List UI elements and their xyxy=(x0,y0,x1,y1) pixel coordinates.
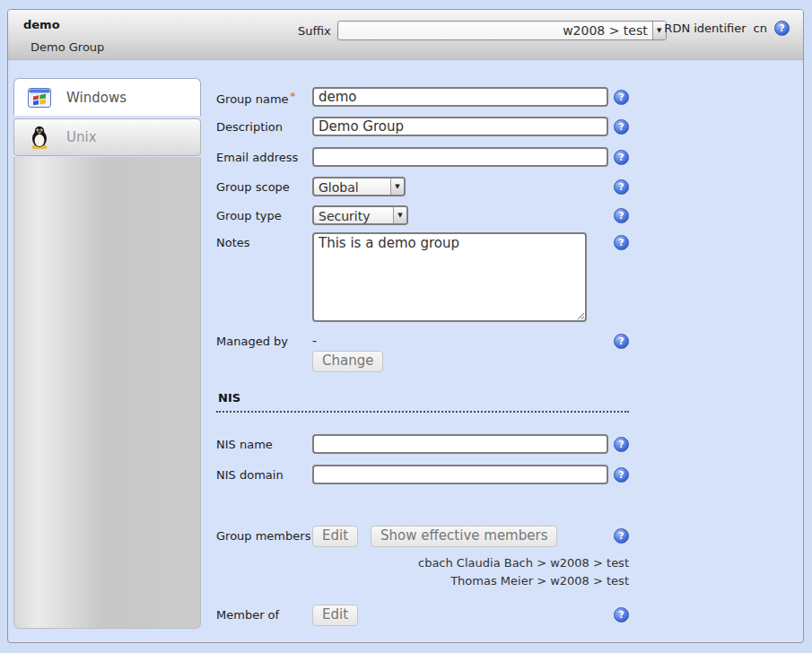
rdn-identifier-label: RDN identifier xyxy=(664,22,746,35)
edit-members-button[interactable]: Edit xyxy=(312,526,358,547)
nis-name-label: NIS name xyxy=(216,434,312,451)
nis-domain-row: NIS domain ? xyxy=(216,465,629,484)
help-icon[interactable]: ? xyxy=(614,119,629,135)
description-row: Description ? xyxy=(216,117,629,136)
help-icon[interactable]: ? xyxy=(614,467,629,483)
managed-by-value: - xyxy=(312,331,383,348)
required-marker: * xyxy=(291,91,296,102)
group-edit-form: Group name* ? Description ? Email addres… xyxy=(216,87,629,626)
group-members-row: Group members Edit Show effective member… xyxy=(216,526,629,547)
notes-label: Notes xyxy=(216,232,312,249)
suffix-select[interactable]: w2008 > test ▼ xyxy=(337,21,667,40)
email-input[interactable] xyxy=(312,147,608,167)
notes-textarea[interactable]: This is a demo group xyxy=(312,232,587,322)
nis-domain-label: NIS domain xyxy=(216,465,312,482)
chevron-down-icon: ▼ xyxy=(393,207,406,223)
suffix-field: Suffix w2008 > test ▼ xyxy=(298,21,667,40)
description-input[interactable] xyxy=(312,117,608,136)
tab-windows[interactable]: Windows xyxy=(13,78,201,116)
help-icon[interactable]: ? xyxy=(614,334,629,349)
nis-name-row: NIS name ? xyxy=(216,434,629,454)
help-icon[interactable]: ? xyxy=(614,90,629,105)
group-name-row: Group name* ? xyxy=(216,87,629,107)
email-label: Email address xyxy=(216,147,312,164)
group-type-row: Group type Security ▼ ? xyxy=(216,205,629,225)
sidebar-panel xyxy=(13,157,201,629)
group-name-label: Group name* xyxy=(216,87,312,106)
nis-domain-input[interactable] xyxy=(312,465,608,484)
help-icon[interactable]: ? xyxy=(614,437,629,452)
tab-unix[interactable]: Unix xyxy=(13,118,201,156)
group-members-list: cbach Claudia Bach > w2008 > test Thomas… xyxy=(216,554,629,590)
header: demo Demo Group Suffix w2008 > test ▼ RD… xyxy=(8,10,803,60)
group-scope-label: Group scope xyxy=(216,177,312,194)
edit-member-of-button[interactable]: Edit xyxy=(312,605,358,626)
group-type-label: Group type xyxy=(216,205,312,222)
rdn-identifier-value: cn xyxy=(754,22,767,35)
managed-by-control: - Change xyxy=(312,331,383,372)
group-members-label: Group members xyxy=(216,526,312,543)
tab-windows-label: Windows xyxy=(66,90,127,106)
group-scope-select[interactable]: Global ▼ xyxy=(312,177,406,196)
nis-section-heading: NIS xyxy=(216,391,629,413)
group-scope-row: Group scope Global ▼ ? xyxy=(216,177,629,196)
page-title: demo xyxy=(23,18,60,31)
managed-by-label: Managed by xyxy=(216,331,312,348)
help-icon[interactable]: ? xyxy=(614,208,629,223)
member-entry: Thomas Meier > w2008 > test xyxy=(216,572,629,590)
group-type-select[interactable]: Security ▼ xyxy=(312,205,408,225)
tux-penguin-icon xyxy=(28,126,51,149)
group-name-input[interactable] xyxy=(312,87,608,107)
group-type-value: Security xyxy=(314,207,393,223)
member-entry: cbach Claudia Bach > w2008 > test xyxy=(216,554,629,572)
group-members-buttons: Edit Show effective members xyxy=(312,526,557,547)
suffix-select-value: w2008 > test xyxy=(338,22,652,39)
show-effective-members-button[interactable]: Show effective members xyxy=(371,526,557,547)
windows-logo-icon xyxy=(28,86,51,109)
help-icon[interactable]: ? xyxy=(614,150,629,165)
notes-row: Notes This is a demo group ? xyxy=(216,232,629,322)
member-of-label: Member of xyxy=(216,605,312,622)
help-icon[interactable]: ? xyxy=(614,235,629,250)
tab-unix-label: Unix xyxy=(66,129,97,145)
help-icon[interactable]: ? xyxy=(614,179,629,195)
member-of-row: Member of Edit ? xyxy=(216,605,629,626)
rdn-identifier-field: RDN identifier cn ? xyxy=(664,21,790,36)
help-icon[interactable]: ? xyxy=(614,607,629,623)
help-icon[interactable]: ? xyxy=(614,528,629,544)
managed-by-row: Managed by - Change ? xyxy=(216,331,629,372)
main-window: demo Demo Group Suffix w2008 > test ▼ RD… xyxy=(7,9,804,643)
chevron-down-icon: ▼ xyxy=(390,178,404,195)
email-row: Email address ? xyxy=(216,147,629,167)
group-scope-value: Global xyxy=(314,178,390,195)
suffix-label: Suffix xyxy=(298,24,331,38)
page-subtitle: Demo Group xyxy=(31,40,104,54)
nis-name-input[interactable] xyxy=(312,434,608,454)
help-icon[interactable]: ? xyxy=(774,21,790,36)
description-label: Description xyxy=(216,117,312,134)
change-button[interactable]: Change xyxy=(312,351,383,372)
